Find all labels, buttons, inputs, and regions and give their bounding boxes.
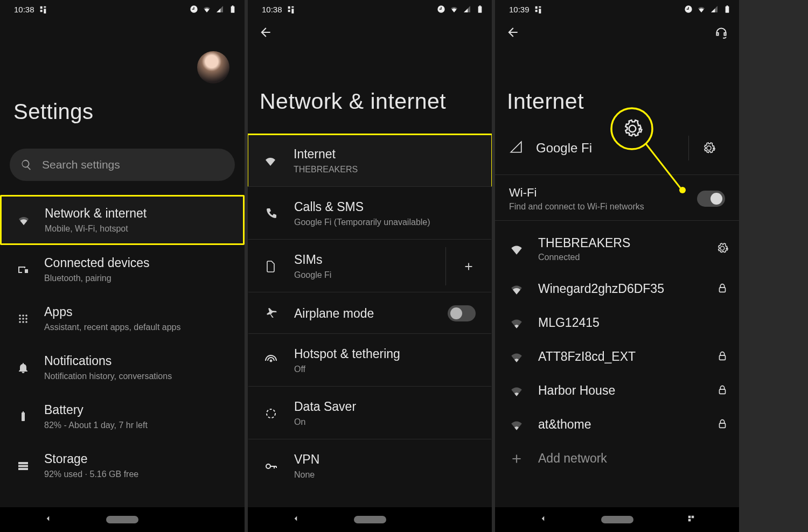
screen-settings: 10:38 Settings Search settings Network &…	[0, 0, 245, 532]
wifi-icon	[697, 5, 706, 13]
profile-avatar[interactable]	[197, 51, 229, 83]
nav-home[interactable]	[354, 516, 386, 523]
status-time: 10:38	[14, 5, 34, 14]
plus-icon	[463, 261, 475, 272]
page-title: Settings	[13, 100, 245, 124]
nav-back[interactable]	[43, 514, 53, 526]
status-bar: 10:39	[495, 0, 739, 16]
page-title: Network & internet	[260, 89, 492, 114]
nav-back[interactable]	[538, 514, 548, 526]
status-app-icon	[39, 5, 47, 13]
wifi-header: Wi-Fi Find and connect to Wi-Fi networks	[495, 175, 739, 221]
back-icon[interactable]	[259, 25, 273, 39]
wifi-network[interactable]: at&thome	[495, 408, 739, 442]
app-bar	[495, 16, 739, 43]
status-bar: 10:38	[0, 0, 245, 16]
status-app-icon	[534, 5, 542, 13]
wifi-networks: THEBREAKERS Connected Winegard2ghzD6DF35…	[495, 226, 739, 475]
gear-icon	[702, 142, 715, 155]
settings-list: Network & internet Mobile, Wi-Fi, hotspo…	[0, 195, 245, 490]
alarm-icon	[437, 5, 445, 13]
wifi-icon	[264, 155, 277, 167]
gear-icon	[622, 118, 643, 139]
storage-icon	[17, 459, 30, 472]
signal-icon	[509, 140, 523, 154]
wifi-network[interactable]: THEBREAKERS Connected	[495, 226, 739, 272]
nav-back[interactable]	[291, 514, 301, 526]
search-icon	[20, 159, 32, 171]
nav-home[interactable]	[601, 516, 633, 523]
wifi-network[interactable]: ATT8FzI8cd_EXT	[495, 340, 739, 374]
signal-icon	[463, 5, 471, 13]
alarm-icon	[684, 5, 693, 13]
sim-icon	[264, 260, 277, 273]
network-list: Internet THEBREAKERS Calls & SMS Google …	[248, 134, 492, 493]
page-title: Internet	[507, 89, 739, 114]
signal-icon	[710, 5, 719, 13]
carrier-name: Google Fi	[536, 141, 592, 156]
status-time: 10:39	[509, 5, 530, 14]
item-network-internet[interactable]: Network & internet Mobile, Wi-Fi, hotspo…	[0, 195, 245, 245]
item-connected-devices[interactable]: Connected devices Bluetooth, pairing	[0, 245, 245, 294]
wifi-icon	[450, 5, 458, 13]
bell-icon	[17, 361, 30, 374]
devices-icon	[17, 263, 30, 276]
item-calls-sms[interactable]: Calls & SMS Google Fi (Temporarily unava…	[248, 187, 492, 240]
battery-icon	[17, 410, 30, 423]
item-notifications[interactable]: Notifications Notification history, conv…	[0, 343, 245, 392]
lock-icon	[716, 350, 728, 362]
wifi-icon	[17, 214, 30, 227]
key-icon	[264, 460, 277, 473]
add-network[interactable]: Add network	[495, 442, 739, 475]
search-settings[interactable]: Search settings	[10, 149, 235, 181]
battery-icon	[228, 5, 237, 13]
phone-icon	[264, 207, 277, 220]
item-apps[interactable]: Apps Assistant, recent apps, default app…	[0, 294, 245, 343]
airplane-toggle[interactable]	[448, 305, 476, 321]
wifi-icon	[203, 5, 211, 13]
system-nav	[0, 507, 245, 532]
item-data-saver[interactable]: Data Saver On	[248, 387, 492, 439]
carrier-settings-button[interactable]	[688, 136, 728, 160]
nav-recent[interactable]	[686, 514, 696, 526]
item-sims[interactable]: SIMs Google Fi	[248, 240, 492, 292]
add-sim-button[interactable]	[445, 247, 491, 285]
item-airplane-mode[interactable]: Airplane mode	[248, 292, 492, 334]
wifi-icon	[510, 350, 524, 364]
lock-icon	[716, 418, 728, 430]
search-placeholder: Search settings	[42, 158, 120, 171]
item-storage[interactable]: Storage 92% used · 5.16 GB free	[0, 441, 245, 490]
wifi-toggle[interactable]	[697, 191, 725, 207]
app-bar	[248, 16, 492, 43]
carrier-row[interactable]: Google Fi	[495, 114, 739, 175]
screen-network-internet: 10:38 Network & internet Internet THEBRE…	[248, 0, 492, 532]
nav-home[interactable]	[106, 516, 138, 523]
data-saver-icon	[264, 407, 277, 420]
wifi-icon	[510, 242, 524, 256]
airplane-icon	[264, 307, 277, 320]
item-internet[interactable]: Internet THEBREAKERS	[248, 134, 492, 187]
battery-icon	[723, 5, 732, 13]
lock-icon	[716, 282, 728, 294]
wifi-icon	[510, 316, 524, 330]
status-app-icon	[287, 5, 295, 13]
apps-icon	[17, 312, 30, 325]
status-bar: 10:38	[248, 0, 492, 16]
wifi-network[interactable]: Winegard2ghzD6DF35	[495, 272, 739, 306]
signal-icon	[215, 5, 224, 13]
wifi-title: Wi-Fi	[509, 186, 644, 200]
battery-icon	[476, 5, 484, 13]
network-settings-button[interactable]	[716, 242, 728, 256]
wifi-network[interactable]: Harbor House	[495, 374, 739, 408]
back-icon[interactable]	[506, 25, 520, 39]
help-headset-icon[interactable]	[714, 25, 728, 39]
wifi-icon	[510, 418, 524, 432]
item-vpn[interactable]: VPN None	[248, 439, 492, 493]
gear-icon	[716, 242, 728, 254]
wifi-icon	[510, 384, 524, 398]
wifi-network[interactable]: MLG12415	[495, 306, 739, 340]
lock-icon	[716, 384, 728, 396]
item-hotspot[interactable]: Hotspot & tethering Off	[248, 334, 492, 387]
status-time: 10:38	[262, 5, 282, 14]
item-battery[interactable]: Battery 82% - About 1 day, 7 hr left	[0, 392, 245, 441]
